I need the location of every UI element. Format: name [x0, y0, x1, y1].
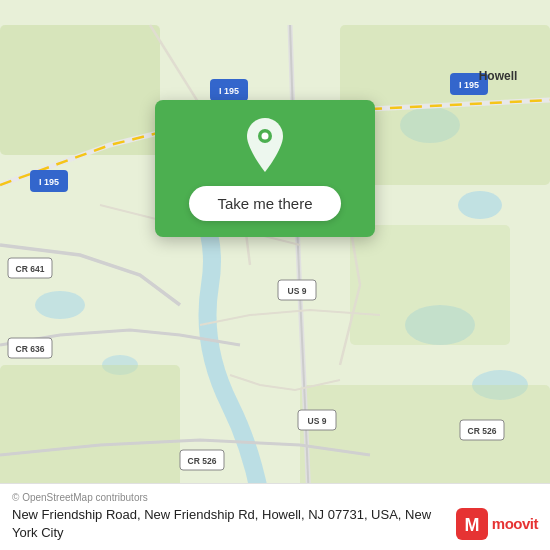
map-background: I 195 I 195 I 195 CR 641 CR 636 CR 526 U…: [0, 0, 550, 550]
svg-text:I 195: I 195: [39, 177, 59, 187]
svg-text:I 195: I 195: [219, 86, 239, 96]
address-row: New Friendship Road, New Friendship Rd, …: [12, 506, 538, 542]
location-pin-icon: [243, 118, 287, 172]
svg-text:CR 641: CR 641: [16, 264, 45, 274]
svg-text:CR 526: CR 526: [188, 456, 217, 466]
svg-text:US 9: US 9: [308, 416, 327, 426]
moovit-logo: M moovit: [456, 508, 538, 540]
svg-text:CR 526: CR 526: [468, 426, 497, 436]
map-attribution: © OpenStreetMap contributors: [12, 492, 538, 503]
address-text: New Friendship Road, New Friendship Rd, …: [12, 506, 446, 542]
svg-point-32: [262, 133, 269, 140]
svg-rect-7: [0, 25, 160, 155]
moovit-icon: M: [456, 508, 488, 540]
svg-text:US 9: US 9: [288, 286, 307, 296]
svg-text:M: M: [464, 515, 479, 535]
take-me-there-button[interactable]: Take me there: [189, 186, 340, 221]
action-card: Take me there: [155, 100, 375, 237]
bottom-bar: © OpenStreetMap contributors New Friends…: [0, 483, 550, 550]
svg-text:I 195: I 195: [459, 80, 479, 90]
svg-text:Howell: Howell: [479, 69, 518, 83]
svg-text:CR 636: CR 636: [16, 344, 45, 354]
map-container: I 195 I 195 I 195 CR 641 CR 636 CR 526 U…: [0, 0, 550, 550]
svg-point-5: [35, 291, 85, 319]
svg-rect-11: [350, 225, 510, 345]
svg-point-2: [458, 191, 502, 219]
moovit-brand-name: moovit: [492, 515, 538, 532]
